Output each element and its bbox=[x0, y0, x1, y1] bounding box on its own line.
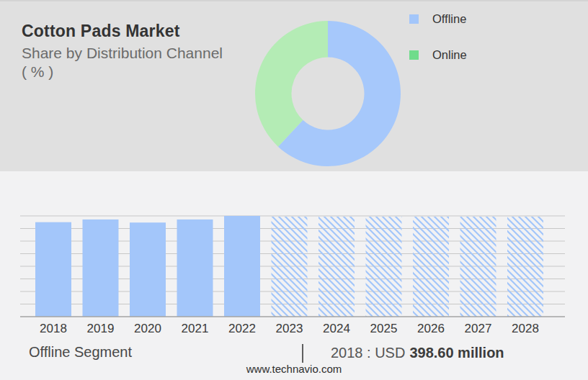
segment-label: Offline Segment bbox=[29, 344, 132, 361]
page-subtitle: Share by Distribution Channel ( % ) bbox=[22, 44, 223, 81]
donut-chart bbox=[254, 19, 402, 168]
donut-segment-online bbox=[255, 21, 328, 147]
value-prefix: 2018 : USD bbox=[331, 345, 405, 361]
bar-2019 bbox=[83, 220, 119, 317]
forecast-bar-2026 bbox=[413, 217, 449, 317]
infographic-page: Cotton Pads Market Share by Distribution… bbox=[0, 0, 588, 380]
x-axis-label-2019: 2019 bbox=[87, 322, 115, 335]
forecast-bar-2027 bbox=[460, 217, 496, 317]
forecast-bar-2025 bbox=[366, 217, 402, 317]
forecast-bar-2024 bbox=[318, 217, 355, 317]
legend-item-online: Online bbox=[409, 50, 467, 60]
x-axis-label-2028: 2028 bbox=[512, 322, 539, 335]
heading-block: Cotton Pads Market Share by Distribution… bbox=[22, 21, 223, 81]
page-title: Cotton Pads Market bbox=[22, 21, 223, 41]
legend-swatch-offline-icon bbox=[409, 14, 419, 24]
subtitle-line2: ( % ) bbox=[22, 63, 223, 81]
x-axis-label-2021: 2021 bbox=[182, 322, 209, 335]
bar-2022 bbox=[224, 216, 260, 317]
legend-item-offline: Offline bbox=[409, 14, 467, 24]
x-axis-label-2026: 2026 bbox=[417, 322, 445, 335]
forecast-bar-2023 bbox=[272, 217, 308, 317]
bar-2021 bbox=[177, 220, 213, 317]
subtitle-line1: Share by Distribution Channel bbox=[22, 44, 223, 63]
bar-2020 bbox=[130, 222, 166, 317]
x-axis-label-2020: 2020 bbox=[134, 322, 161, 335]
footer-separator: | bbox=[302, 344, 303, 363]
x-axis-label-2027: 2027 bbox=[465, 322, 492, 335]
legend: Offline Online bbox=[409, 14, 467, 86]
x-axis-label-2018: 2018 bbox=[40, 322, 67, 335]
x-axis-label-2023: 2023 bbox=[276, 322, 303, 335]
bar-chart: 2018201920202021202220232024202520262027… bbox=[0, 171, 588, 340]
x-axis-label-2024: 2024 bbox=[323, 322, 350, 335]
legend-label-offline: Offline bbox=[432, 12, 466, 26]
bar-2018 bbox=[35, 222, 71, 317]
x-axis-label-2022: 2022 bbox=[228, 322, 256, 335]
forecast-bar-2028 bbox=[507, 217, 543, 317]
value-amount: 398.60 million bbox=[409, 345, 504, 361]
legend-label-online: Online bbox=[432, 48, 467, 62]
website-url: www.technavio.com bbox=[0, 363, 588, 375]
footer-value: 2018 : USD398.60 million bbox=[331, 345, 504, 361]
header-panel: Cotton Pads Market Share by Distribution… bbox=[0, 0, 588, 171]
x-axis-label-2025: 2025 bbox=[370, 322, 398, 335]
legend-swatch-online-icon bbox=[409, 50, 419, 60]
bar-chart-panel: 2018201920202021202220232024202520262027… bbox=[0, 171, 588, 380]
